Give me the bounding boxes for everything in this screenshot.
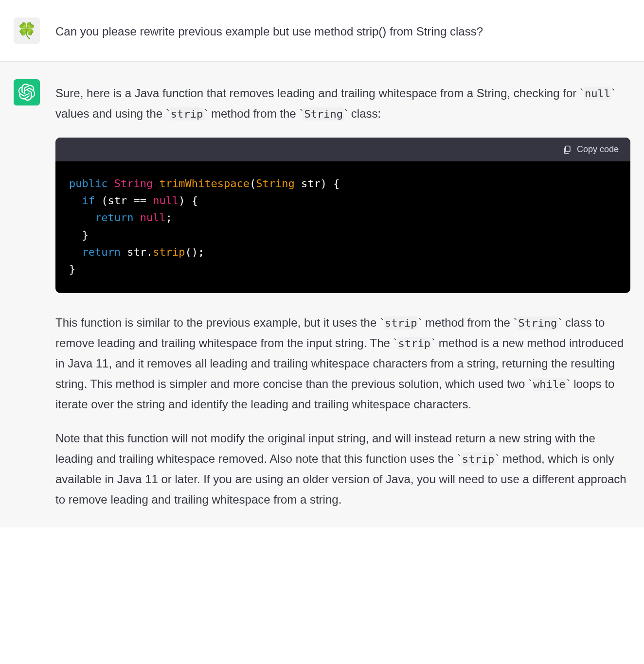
inline-code: String bbox=[518, 316, 558, 330]
openai-logo-icon bbox=[18, 84, 36, 101]
clipboard-icon bbox=[562, 145, 572, 155]
assistant-content: Sure, here is a Java function that remov… bbox=[55, 79, 630, 510]
code-token: String bbox=[256, 177, 294, 190]
code-token: null bbox=[153, 194, 179, 207]
code-token: return bbox=[82, 246, 121, 258]
text-span: method from the bbox=[422, 316, 513, 329]
code-token: ; bbox=[166, 211, 172, 224]
user-turn: 🍀 Can you please rewrite previous exampl… bbox=[0, 0, 644, 62]
inline-code: strip bbox=[384, 316, 418, 330]
inline-code: null bbox=[584, 87, 611, 100]
code-token: return bbox=[95, 211, 133, 224]
code-header: Copy code bbox=[55, 138, 630, 161]
copy-code-label: Copy code bbox=[577, 144, 619, 155]
code-token: if bbox=[82, 194, 95, 207]
svg-rect-0 bbox=[566, 146, 570, 152]
code-token: (); bbox=[185, 246, 204, 258]
text-span: class: bbox=[348, 107, 381, 120]
code-token: ) { bbox=[321, 177, 340, 190]
inline-code: strip bbox=[397, 337, 431, 350]
code-token: (str == bbox=[95, 194, 153, 207]
code-token: strip bbox=[153, 246, 185, 258]
assistant-paragraph-2: Note that this function will not modify … bbox=[55, 428, 630, 510]
assistant-turn: Sure, here is a Java function that remov… bbox=[0, 62, 644, 527]
code-body[interactable]: public String trimWhitespace(String str)… bbox=[55, 161, 630, 293]
inline-code: strip bbox=[461, 453, 495, 466]
inline-code: String bbox=[303, 107, 344, 121]
code-token: null bbox=[140, 211, 166, 224]
text-span: values and using the bbox=[55, 107, 166, 120]
text-span: method from the bbox=[208, 107, 299, 120]
inline-code: strip bbox=[170, 107, 204, 121]
code-token: str bbox=[295, 177, 321, 190]
user-message: Can you please rewrite previous example … bbox=[55, 21, 630, 42]
copy-code-button[interactable]: Copy code bbox=[562, 144, 619, 155]
code-token: } bbox=[69, 263, 75, 275]
code-token: str. bbox=[121, 246, 153, 258]
inline-code: while bbox=[532, 378, 566, 391]
assistant-avatar bbox=[14, 79, 40, 105]
text-span: Sure, here is a Java function that remov… bbox=[55, 87, 580, 100]
text-span: This function is similar to the previous… bbox=[55, 316, 380, 329]
assistant-paragraph-1: This function is similar to the previous… bbox=[55, 313, 630, 415]
code-token: trimWhitespace bbox=[159, 177, 249, 190]
code-block: Copy code public String trimWhitespace(S… bbox=[55, 138, 630, 293]
code-token: String bbox=[114, 177, 153, 190]
user-content: Can you please rewrite previous example … bbox=[55, 17, 630, 44]
assistant-intro: Sure, here is a Java function that remov… bbox=[55, 83, 630, 124]
user-avatar: 🍀 bbox=[14, 17, 40, 44]
code-token: ( bbox=[250, 177, 256, 190]
code-token: public bbox=[69, 177, 107, 190]
code-token: } bbox=[82, 229, 89, 241]
code-token: ) { bbox=[179, 194, 198, 207]
